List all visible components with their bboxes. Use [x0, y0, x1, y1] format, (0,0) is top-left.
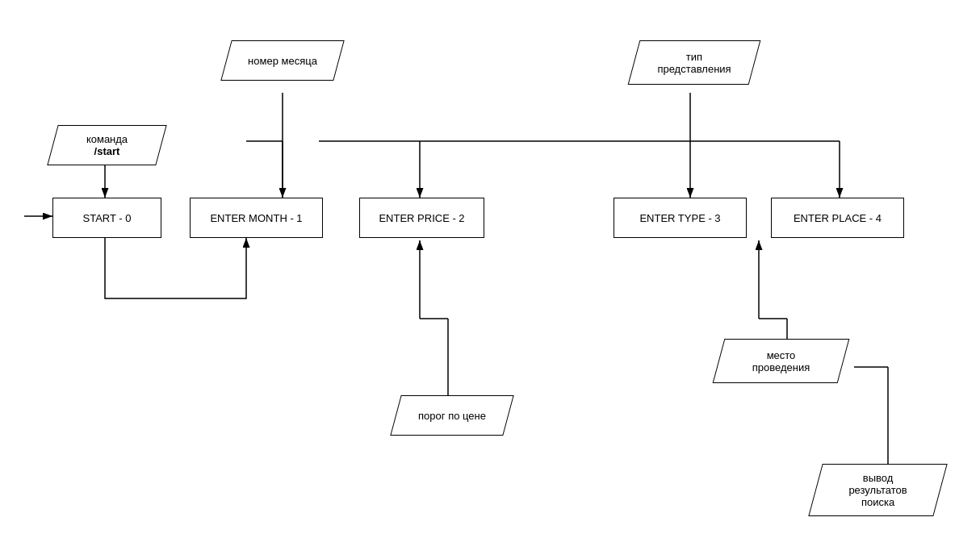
- enter-month-label: ENTER MONTH - 1: [210, 212, 302, 224]
- start-command-shape: команда /start: [52, 125, 161, 165]
- enter-month-box: ENTER MONTH - 1: [190, 198, 323, 238]
- enter-place-label: ENTER PLACE - 4: [794, 212, 882, 224]
- mesto-provedeniya-shape: место проведения: [718, 339, 844, 383]
- start-0-label: START - 0: [83, 212, 132, 224]
- enter-price-box: ENTER PRICE - 2: [359, 198, 484, 238]
- enter-type-label: ENTER TYPE - 3: [639, 212, 720, 224]
- enter-price-label: ENTER PRICE - 2: [379, 212, 464, 224]
- start-command-label: команда /start: [86, 133, 128, 157]
- enter-place-box: ENTER PLACE - 4: [771, 198, 904, 238]
- nomer-mesyaca-label: номер месяца: [248, 55, 317, 67]
- nomer-mesyaca-shape: номер месяца: [226, 40, 339, 81]
- tip-predstavleniya-shape: тип представления: [634, 40, 755, 85]
- vyvod-label: вывод результатов поиска: [848, 472, 907, 508]
- enter-type-box: ENTER TYPE - 3: [614, 198, 747, 238]
- mesto-provedeniya-label: место проведения: [752, 349, 810, 373]
- start-0-box: START - 0: [52, 198, 161, 238]
- tip-predstavleniya-label: тип представления: [657, 51, 731, 75]
- porog-po-cene-shape: порог по цене: [396, 395, 509, 436]
- vyvod-shape: вывод результатов поиска: [815, 464, 940, 516]
- porog-po-cene-label: порог по цене: [418, 410, 486, 422]
- flowchart-diagram: команда /start START - 0 номер месяца EN…: [0, 0, 980, 559]
